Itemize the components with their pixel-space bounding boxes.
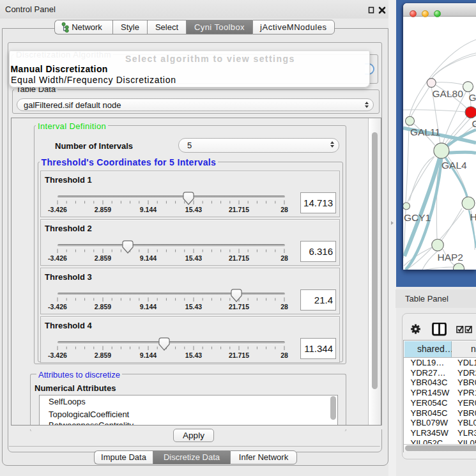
svg-text:GAL4: GAL4 bbox=[441, 160, 467, 171]
svg-text:HAP2: HAP2 bbox=[438, 252, 464, 263]
svg-text:C: C bbox=[472, 118, 476, 129]
svg-text:GCY1: GCY1 bbox=[404, 212, 431, 223]
svg-text:GA: GA bbox=[469, 92, 476, 103]
svg-text:H: H bbox=[470, 211, 476, 222]
svg-text:GAL80: GAL80 bbox=[433, 88, 464, 99]
svg-text:GAL11: GAL11 bbox=[410, 127, 440, 137]
